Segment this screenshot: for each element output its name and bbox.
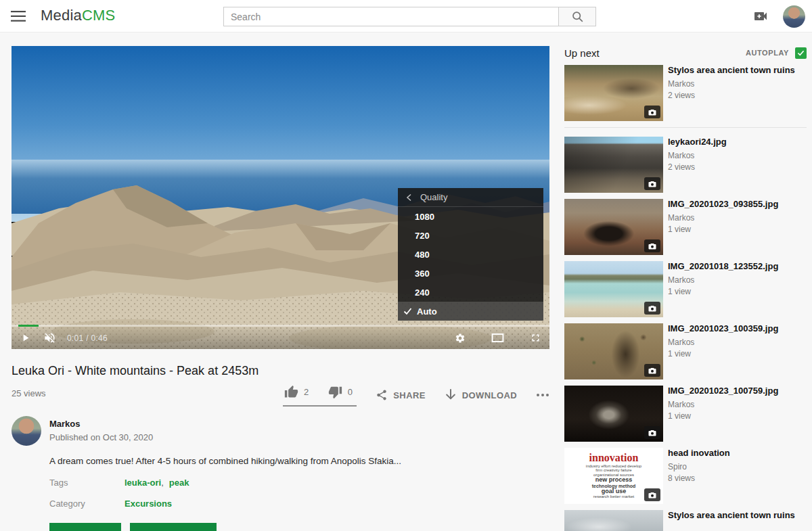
search-bar <box>223 7 596 26</box>
progress-played <box>18 325 39 327</box>
share-label: SHARE <box>393 390 426 400</box>
item-views: 2 views <box>668 91 795 100</box>
gear-icon <box>455 333 466 344</box>
upload-media-button[interactable] <box>752 8 770 24</box>
item-title[interactable]: IMG_20201018_123552.jpg <box>668 261 778 272</box>
quality-option-360[interactable]: 360 <box>398 264 543 283</box>
item-author: Markos <box>668 151 727 160</box>
logo[interactable]: MediaCMS <box>41 7 115 24</box>
thumbnail-leykaori24[interactable] <box>564 137 663 193</box>
fullscreen-button[interactable] <box>530 332 541 344</box>
thumbnail-img-100759[interactable] <box>564 386 663 442</box>
quality-option-240[interactable]: 240 <box>398 283 543 302</box>
item-views: 2 views <box>668 162 727 172</box>
up-next-item-2[interactable]: leykaori24.jpg Markos 2 views <box>564 137 807 193</box>
item-author: Markos <box>668 213 778 223</box>
camera-icon <box>644 426 660 439</box>
camera-icon <box>644 106 660 118</box>
share-button[interactable]: SHARE <box>376 389 426 401</box>
video-player[interactable]: Quality 1080 720 480 360 240 Auto <box>12 46 549 349</box>
up-next-item-5[interactable]: IMG_20201023_100359.jpg Markos 1 view <box>564 323 807 379</box>
download-label: DOWNLOAD <box>462 390 517 400</box>
media-actions: EDIT MEDIA DELETE MEDIA <box>49 523 549 531</box>
autoplay-label: AUTOPLAY <box>746 49 789 57</box>
user-avatar[interactable] <box>783 5 805 28</box>
mute-button[interactable] <box>43 331 56 344</box>
tag-link-leuka-ori[interactable]: leuka-ori <box>125 478 161 488</box>
item-views: 1 view <box>668 411 778 421</box>
item-views: 1 view <box>668 349 778 359</box>
item-title[interactable]: IMG_20201023_093855.jpg <box>668 199 778 210</box>
quality-option-1080[interactable]: 1080 <box>398 207 543 226</box>
thumbs-down-icon <box>328 385 342 399</box>
download-button[interactable]: DOWNLOAD <box>445 388 517 402</box>
quality-option-720[interactable]: 720 <box>398 226 543 245</box>
thumbnail-img-100359[interactable] <box>564 323 663 379</box>
camera-icon <box>644 239 660 252</box>
player-controls: 0:01 / 0:46 <box>12 325 549 349</box>
up-next-item-6[interactable]: IMG_20201023_100759.jpg Markos 1 view <box>564 386 807 442</box>
hamburger-menu-icon[interactable] <box>11 9 27 24</box>
quality-option-480[interactable]: 480 <box>398 245 543 264</box>
thumbnail-img-093855[interactable] <box>564 199 663 255</box>
quality-menu: Quality 1080 720 480 360 240 Auto <box>398 188 543 321</box>
edit-media-button[interactable]: EDIT MEDIA <box>49 523 121 531</box>
logo-media: Media <box>41 7 82 24</box>
up-next-title: Up next <box>564 47 600 59</box>
tags-row: Tags leuka-ori,peak <box>49 478 549 488</box>
camera-icon <box>644 177 660 190</box>
dislike-button[interactable]: 0 <box>328 385 353 399</box>
settings-button[interactable] <box>455 333 466 344</box>
item-author: Markos <box>668 275 778 285</box>
volume-muted-icon <box>43 331 56 344</box>
more-options-button[interactable] <box>536 393 549 397</box>
item-title[interactable]: leykaori24.jpg <box>668 137 727 147</box>
thumbnail-wordcloud[interactable]: innovation industry effort reduced devel… <box>564 448 663 504</box>
delete-media-button[interactable]: DELETE MEDIA <box>130 523 216 531</box>
progress-bar[interactable] <box>12 325 549 327</box>
search-button[interactable] <box>558 7 596 26</box>
item-title[interactable]: IMG_20201023_100759.jpg <box>668 386 778 396</box>
item-title[interactable]: IMG_20201023_100359.jpg <box>668 323 778 334</box>
item-views: 1 view <box>668 225 778 234</box>
item-title[interactable]: Stylos area ancient town ruins <box>668 65 795 76</box>
author-name[interactable]: Markos <box>49 419 153 429</box>
thumbnail-stylos-ruins[interactable] <box>564 65 663 121</box>
up-next-item-7[interactable]: innovation industry effort reduced devel… <box>564 448 807 504</box>
camera-icon <box>644 302 660 315</box>
wordcloud-word: innovation <box>589 453 639 464</box>
up-next-item-8[interactable]: Stylos area ancient town ruins <box>564 510 807 531</box>
search-input[interactable] <box>223 7 558 26</box>
author-avatar[interactable] <box>12 416 41 446</box>
video-description: A dream comes true! After 4-5 hours of c… <box>49 455 549 467</box>
theater-mode-button[interactable] <box>491 333 504 343</box>
wordcloud-word: new process <box>595 477 633 483</box>
item-views: 1 view <box>668 287 778 296</box>
tag-separator: , <box>161 478 164 488</box>
thumbnail-stylos-ruins-2[interactable] <box>564 510 663 531</box>
chevron-left-icon <box>406 193 412 202</box>
time-display: 0:01 / 0:46 <box>67 333 108 343</box>
video-camera-plus-icon <box>752 8 770 24</box>
up-next-item-4[interactable]: IMG_20201018_123552.jpg Markos 1 view <box>564 261 807 317</box>
up-next-item-3[interactable]: IMG_20201023_093855.jpg Markos 1 view <box>564 199 807 255</box>
meta-row: 25 views 2 0 <box>12 384 549 407</box>
up-next-item-1[interactable]: Stylos area ancient town ruins Markos 2 … <box>564 65 807 121</box>
thumbnail-img-123552[interactable] <box>564 261 663 317</box>
published-date: Published on Oct 30, 2020 <box>49 432 153 442</box>
quality-option-auto[interactable]: Auto <box>398 302 543 321</box>
autoplay-checkbox[interactable] <box>795 47 807 59</box>
item-title[interactable]: head inovation <box>668 448 730 459</box>
item-title[interactable]: Stylos area ancient town ruins <box>668 510 795 521</box>
download-icon <box>445 388 457 402</box>
logo-cms: CMS <box>82 7 116 24</box>
like-button[interactable]: 2 <box>284 385 309 399</box>
play-button[interactable] <box>20 332 31 344</box>
tag-link-peak[interactable]: peak <box>169 478 189 488</box>
sidebar-divider <box>564 127 807 128</box>
share-icon <box>376 389 388 401</box>
category-row: Category Excursions <box>49 499 549 509</box>
item-author: Markos <box>668 338 778 347</box>
quality-menu-back[interactable]: Quality <box>398 188 543 207</box>
category-link-excursions[interactable]: Excursions <box>125 499 172 509</box>
